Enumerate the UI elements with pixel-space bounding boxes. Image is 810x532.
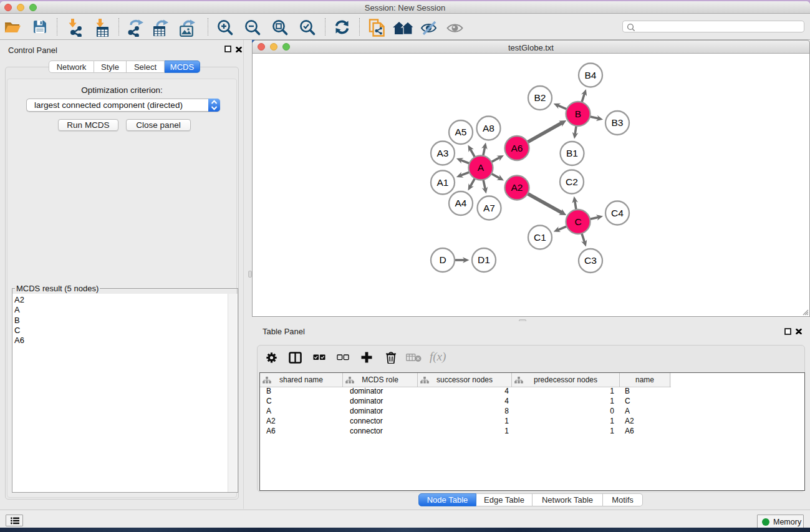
svg-text:B: B (575, 109, 581, 119)
svg-text:A7: A7 (483, 203, 495, 213)
svg-text:A3: A3 (437, 148, 449, 158)
svg-text:D: D (439, 254, 446, 265)
svg-text:C3: C3 (584, 255, 597, 266)
svg-text:C1: C1 (534, 232, 546, 243)
svg-text:A: A (478, 162, 485, 173)
svg-text:C: C (574, 216, 581, 227)
svg-text:A1: A1 (437, 177, 449, 188)
svg-text:B4: B4 (585, 70, 597, 80)
svg-text:B1: B1 (566, 148, 578, 158)
svg-text:A5: A5 (455, 127, 467, 137)
svg-text:A6: A6 (511, 143, 523, 153)
svg-text:B2: B2 (534, 92, 546, 103)
svg-text:A2: A2 (511, 182, 523, 193)
svg-text:A8: A8 (483, 123, 494, 133)
svg-text:C2: C2 (566, 177, 578, 187)
svg-text:C4: C4 (611, 208, 624, 218)
svg-text:D1: D1 (478, 254, 490, 265)
svg-text:B3: B3 (612, 117, 624, 128)
svg-text:A4: A4 (455, 198, 467, 208)
